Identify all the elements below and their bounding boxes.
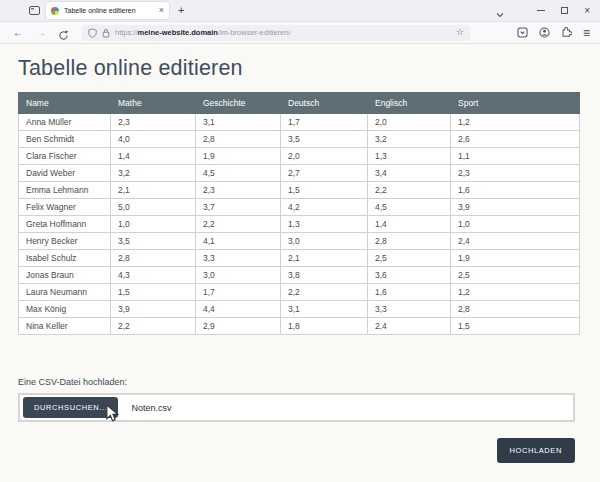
grade-cell[interactable]: 2,4 xyxy=(451,233,580,250)
student-name-cell[interactable]: Ben Schmidt xyxy=(19,131,111,148)
grade-cell[interactable]: 1,5 xyxy=(111,284,196,301)
grade-cell[interactable]: 2,7 xyxy=(281,165,368,182)
grade-cell[interactable]: 1,4 xyxy=(111,148,196,165)
student-name-cell[interactable]: Max König xyxy=(19,301,111,318)
grade-cell[interactable]: 2,1 xyxy=(281,250,368,267)
grade-cell[interactable]: 2,8 xyxy=(111,250,196,267)
grade-cell[interactable]: 1,7 xyxy=(281,114,368,131)
grade-cell[interactable]: 4,3 xyxy=(111,267,196,284)
reload-icon[interactable] xyxy=(58,27,69,38)
grade-cell[interactable]: 2,2 xyxy=(368,182,451,199)
grade-cell[interactable]: 3,9 xyxy=(111,301,196,318)
window-maximize-icon[interactable] xyxy=(561,7,568,14)
account-icon[interactable] xyxy=(539,27,550,38)
grade-cell[interactable]: 2,9 xyxy=(196,318,281,335)
student-name-cell[interactable]: Laura Neumann xyxy=(19,284,111,301)
student-name-cell[interactable]: Isabel Schulz xyxy=(19,250,111,267)
grade-cell[interactable]: 4,5 xyxy=(368,199,451,216)
grade-cell[interactable]: 3,6 xyxy=(368,267,451,284)
grade-cell[interactable]: 4,2 xyxy=(281,199,368,216)
grade-cell[interactable]: 3,0 xyxy=(196,267,281,284)
grade-cell[interactable]: 1,9 xyxy=(196,148,281,165)
grade-cell[interactable]: 1,6 xyxy=(451,182,580,199)
grade-cell[interactable]: 1,8 xyxy=(281,318,368,335)
new-tab-button[interactable]: + xyxy=(178,5,184,16)
tab-close-icon[interactable]: × xyxy=(159,6,164,15)
grade-cell[interactable]: 1,2 xyxy=(451,284,580,301)
grade-cell[interactable]: 4,5 xyxy=(196,165,281,182)
grade-cell[interactable]: 2,2 xyxy=(111,318,196,335)
grade-cell[interactable]: 2,3 xyxy=(196,182,281,199)
grade-cell[interactable]: 2,3 xyxy=(451,165,580,182)
grade-cell[interactable]: 3,1 xyxy=(196,114,281,131)
student-name-cell[interactable]: David Weber xyxy=(19,165,111,182)
student-name-cell[interactable]: Clara Fischer xyxy=(19,148,111,165)
grade-cell[interactable]: 3,0 xyxy=(281,233,368,250)
grade-cell[interactable]: 1,3 xyxy=(281,216,368,233)
browse-button[interactable]: DURCHSUCHEN... xyxy=(23,397,118,418)
grade-cell[interactable]: 3,2 xyxy=(111,165,196,182)
grade-cell[interactable]: 1,1 xyxy=(451,148,580,165)
extensions-icon[interactable] xyxy=(561,27,572,38)
grade-cell[interactable]: 2,5 xyxy=(451,267,580,284)
grade-cell[interactable]: 2,5 xyxy=(368,250,451,267)
grade-cell[interactable]: 1,7 xyxy=(196,284,281,301)
student-name-cell[interactable]: Greta Hoffmann xyxy=(19,216,111,233)
grade-cell[interactable]: 2,4 xyxy=(368,318,451,335)
grade-cell[interactable]: 3,4 xyxy=(368,165,451,182)
upload-submit-button[interactable]: HOCHLADEN xyxy=(497,438,576,463)
grade-cell[interactable]: 2,1 xyxy=(111,182,196,199)
firefox-view-icon[interactable] xyxy=(27,4,41,18)
list-tabs-chevron-icon[interactable] xyxy=(495,6,505,16)
grade-cell[interactable]: 3,7 xyxy=(196,199,281,216)
grade-cell[interactable]: 3,8 xyxy=(281,267,368,284)
grade-cell[interactable]: 2,0 xyxy=(368,114,451,131)
window-minimize-icon[interactable] xyxy=(537,10,545,11)
grade-cell[interactable]: 2,8 xyxy=(368,233,451,250)
lock-icon[interactable] xyxy=(102,28,110,38)
grade-cell[interactable]: 1,5 xyxy=(281,182,368,199)
grade-cell[interactable]: 5,0 xyxy=(111,199,196,216)
grade-cell[interactable]: 4,4 xyxy=(196,301,281,318)
student-name-cell[interactable]: Nina Keller xyxy=(19,318,111,335)
grade-cell[interactable]: 1,6 xyxy=(368,284,451,301)
student-name-cell[interactable]: Emma Lehmann xyxy=(19,182,111,199)
grade-cell[interactable]: 3,5 xyxy=(281,131,368,148)
forward-icon[interactable]: → xyxy=(36,28,46,38)
grade-cell[interactable]: 1,3 xyxy=(368,148,451,165)
grade-cell[interactable]: 2,8 xyxy=(451,301,580,318)
back-icon[interactable]: ← xyxy=(13,28,23,38)
student-name-cell[interactable]: Felix Wagner xyxy=(19,199,111,216)
grade-cell[interactable]: 1,2 xyxy=(451,114,580,131)
grade-cell[interactable]: 3,3 xyxy=(196,250,281,267)
grade-cell[interactable]: 1,9 xyxy=(451,250,580,267)
student-name-cell[interactable]: Henry Becker xyxy=(19,233,111,250)
grade-cell[interactable]: 2,2 xyxy=(196,216,281,233)
grade-cell[interactable]: 4,1 xyxy=(196,233,281,250)
grade-cell[interactable]: 1,5 xyxy=(451,318,580,335)
grade-cell[interactable]: 2,3 xyxy=(111,114,196,131)
grade-cell[interactable]: 3,9 xyxy=(451,199,580,216)
grade-cell[interactable]: 4,0 xyxy=(111,131,196,148)
student-name-cell[interactable]: Anna Müller xyxy=(19,114,111,131)
grade-cell[interactable]: 3,3 xyxy=(368,301,451,318)
file-input[interactable]: DURCHSUCHEN... Noten.csv xyxy=(18,393,575,422)
grade-cell[interactable]: 2,0 xyxy=(281,148,368,165)
browser-tab[interactable]: Tabelle online editieren × xyxy=(46,2,169,19)
grade-cell[interactable]: 3,1 xyxy=(281,301,368,318)
student-name-cell[interactable]: Jonas Braun xyxy=(19,267,111,284)
grade-cell[interactable]: 3,2 xyxy=(368,131,451,148)
grade-cell[interactable]: 3,5 xyxy=(111,233,196,250)
pocket-icon[interactable] xyxy=(517,27,528,38)
bookmark-star-icon[interactable]: ☆ xyxy=(456,28,464,37)
grade-cell[interactable]: 2,6 xyxy=(451,131,580,148)
grade-cell[interactable]: 2,2 xyxy=(281,284,368,301)
grade-cell[interactable]: 1,0 xyxy=(451,216,580,233)
tracking-shield-icon[interactable] xyxy=(88,28,97,38)
window-close-icon[interactable]: × xyxy=(584,6,590,16)
grade-cell[interactable]: 1,0 xyxy=(111,216,196,233)
grade-cell[interactable]: 2,8 xyxy=(196,131,281,148)
menu-icon[interactable]: ≡ xyxy=(583,27,590,39)
address-bar[interactable]: https://meine-website.domain/im-browser-… xyxy=(82,25,470,41)
grade-cell[interactable]: 1,4 xyxy=(368,216,451,233)
